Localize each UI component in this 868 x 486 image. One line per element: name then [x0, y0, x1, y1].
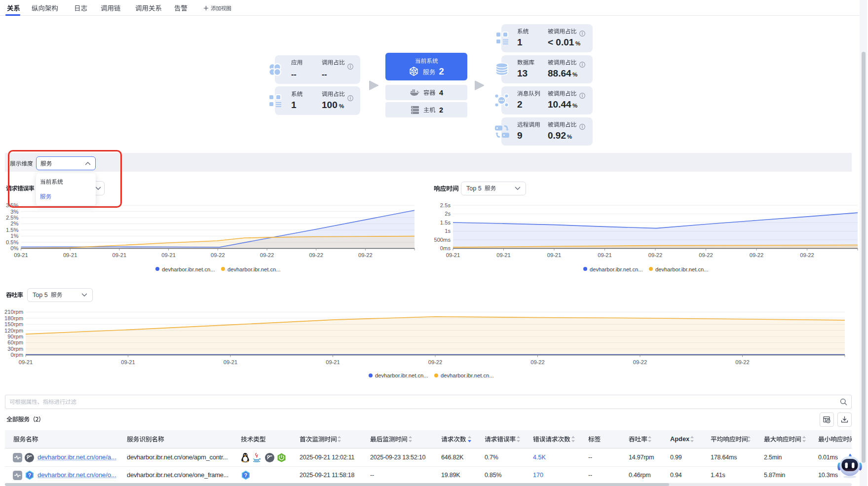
svg-text:2.5s: 2.5s [440, 202, 451, 208]
svg-text:09-21: 09-21 [598, 252, 612, 258]
svg-text:1%: 1% [10, 233, 18, 239]
svg-text:2s: 2s [445, 211, 451, 217]
svg-text:500ms: 500ms [434, 237, 451, 243]
svg-text:09-22: 09-22 [800, 252, 814, 258]
svg-text:0%: 0% [10, 245, 18, 251]
svg-text:?: ? [244, 472, 247, 478]
svg-text:09-21: 09-21 [496, 252, 511, 258]
svg-text:09-22: 09-22 [735, 359, 750, 365]
svg-text:09-21: 09-21 [446, 252, 460, 258]
svg-text:09-22: 09-22 [648, 252, 663, 258]
svg-text:09-22: 09-22 [633, 359, 647, 365]
svg-text:09-21: 09-21 [547, 252, 562, 258]
svg-text:2%: 2% [10, 221, 18, 226]
svg-text:09-21: 09-21 [121, 359, 135, 365]
svg-text:3%: 3% [10, 209, 18, 215]
svg-text:120rpm: 120rpm [4, 328, 23, 334]
svg-text:09-21: 09-21 [14, 252, 28, 258]
svg-text:09-21: 09-21 [326, 359, 340, 365]
svg-text:2.5%: 2.5% [6, 215, 19, 221]
svg-text:0ms: 0ms [440, 245, 451, 251]
svg-text:?: ? [28, 472, 31, 478]
svg-text:1.5%: 1.5% [6, 227, 19, 233]
svg-text:09-21: 09-21 [63, 252, 77, 258]
svg-text:09-21: 09-21 [161, 252, 176, 258]
svg-text:1.5s: 1.5s [440, 220, 451, 225]
svg-text:09-22: 09-22 [260, 252, 274, 258]
svg-text:09-22: 09-22 [309, 252, 323, 258]
svg-text:0.5%: 0.5% [6, 239, 19, 245]
svg-text:60rpm: 60rpm [7, 339, 23, 345]
svg-text:90rpm: 90rpm [7, 334, 23, 339]
svg-text:09-22: 09-22 [699, 252, 713, 258]
svg-text:1s: 1s [445, 228, 451, 234]
svg-text:0rpm: 0rpm [11, 352, 24, 358]
svg-text:30rpm: 30rpm [7, 346, 23, 352]
svg-text:09-21: 09-21 [224, 359, 238, 365]
svg-text:09-22: 09-22 [428, 359, 443, 365]
svg-text:09-21: 09-21 [113, 252, 127, 258]
svg-text:150rpm: 150rpm [4, 321, 23, 327]
svg-text:180rpm: 180rpm [4, 315, 23, 321]
svg-text:09-22: 09-22 [750, 252, 764, 258]
svg-text:09-21: 09-21 [19, 359, 33, 365]
svg-text:09-22: 09-22 [530, 359, 545, 365]
svg-text:09-22: 09-22 [211, 252, 225, 258]
svg-text:09-22: 09-22 [358, 252, 373, 258]
svg-text:210rpm: 210rpm [4, 309, 23, 315]
